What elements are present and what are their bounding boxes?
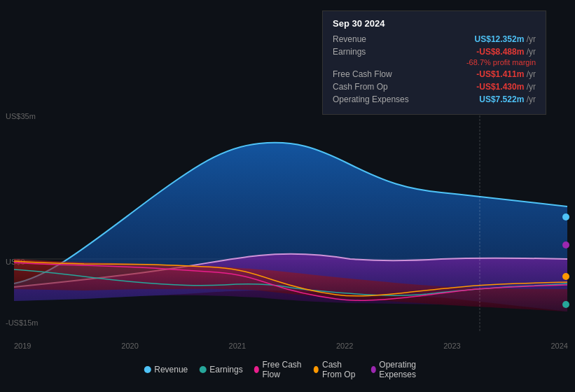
legend-dot-revenue xyxy=(144,366,151,373)
legend-dot-opex xyxy=(370,366,375,373)
x-label-2021: 2021 xyxy=(229,342,246,350)
tooltip-label-revenue: Revenue xyxy=(333,34,417,44)
tooltip-value-cashfromop: -US$1.430m /yr xyxy=(476,82,536,92)
tooltip-box: Sep 30 2024 Revenue US$12.352m /yr Earni… xyxy=(322,10,546,115)
legend-label-earnings: Earnings xyxy=(209,365,242,374)
chart-legend: Revenue Earnings Free Cash Flow Cash Fro… xyxy=(144,360,431,379)
profit-margin-row: -68.7% profit margin xyxy=(333,58,536,66)
tooltip-value-opex: US$7.522m /yr xyxy=(479,94,536,104)
legend-item-cashfromop[interactable]: Cash From Op xyxy=(314,360,359,379)
legend-label-fcf: Free Cash Flow xyxy=(262,360,303,379)
legend-item-earnings[interactable]: Earnings xyxy=(199,365,242,374)
right-dot-opex xyxy=(562,241,569,248)
tooltip-row-revenue: Revenue US$12.352m /yr xyxy=(333,34,536,44)
x-label-2022: 2022 xyxy=(336,342,353,350)
tooltip-label-opex: Operating Expenses xyxy=(333,94,417,104)
right-dot-cashfromop xyxy=(562,273,569,280)
x-label-2019: 2019 xyxy=(14,342,31,350)
legend-dot-cashfromop xyxy=(314,366,319,373)
tooltip-value-earnings: -US$8.488m /yr xyxy=(476,47,536,57)
tooltip-value-fcf: -US$1.411m /yr xyxy=(476,69,536,79)
legend-dot-fcf xyxy=(254,366,259,373)
x-label-2024: 2024 xyxy=(550,342,567,350)
legend-dot-earnings xyxy=(199,366,206,373)
tooltip-value-revenue: US$12.352m /yr xyxy=(475,34,536,44)
legend-item-fcf[interactable]: Free Cash Flow xyxy=(254,360,303,379)
legend-item-revenue[interactable]: Revenue xyxy=(144,365,188,374)
x-label-2023: 2023 xyxy=(443,342,460,350)
chart-container: Sep 30 2024 Revenue US$12.352m /yr Earni… xyxy=(0,0,575,392)
right-dot-earnings xyxy=(562,301,569,308)
x-label-2020: 2020 xyxy=(121,342,138,350)
tooltip-row-cashfromop: Cash From Op -US$1.430m /yr xyxy=(333,82,536,92)
tooltip-row-earnings: Earnings -US$8.488m /yr xyxy=(333,47,536,57)
legend-label-opex: Operating Expenses xyxy=(379,360,431,379)
legend-label-cashfromop: Cash From Op xyxy=(322,360,360,379)
tooltip-row-fcf: Free Cash Flow -US$1.411m /yr xyxy=(333,69,536,79)
tooltip-label-earnings: Earnings xyxy=(333,47,417,57)
right-dot-revenue xyxy=(562,214,569,220)
tooltip-date: Sep 30 2024 xyxy=(333,18,536,29)
legend-item-opex[interactable]: Operating Expenses xyxy=(370,360,431,379)
x-axis-labels: 2019 2020 2021 2022 2023 2024 xyxy=(14,342,568,350)
tooltip-row-opex: Operating Expenses US$7.522m /yr xyxy=(333,94,536,104)
chart-svg xyxy=(14,108,567,332)
tooltip-label-cashfromop: Cash From Op xyxy=(333,82,417,92)
tooltip-label-fcf: Free Cash Flow xyxy=(333,69,417,79)
legend-label-revenue: Revenue xyxy=(154,365,188,374)
profit-margin-value: -68.7% profit margin xyxy=(466,58,536,66)
